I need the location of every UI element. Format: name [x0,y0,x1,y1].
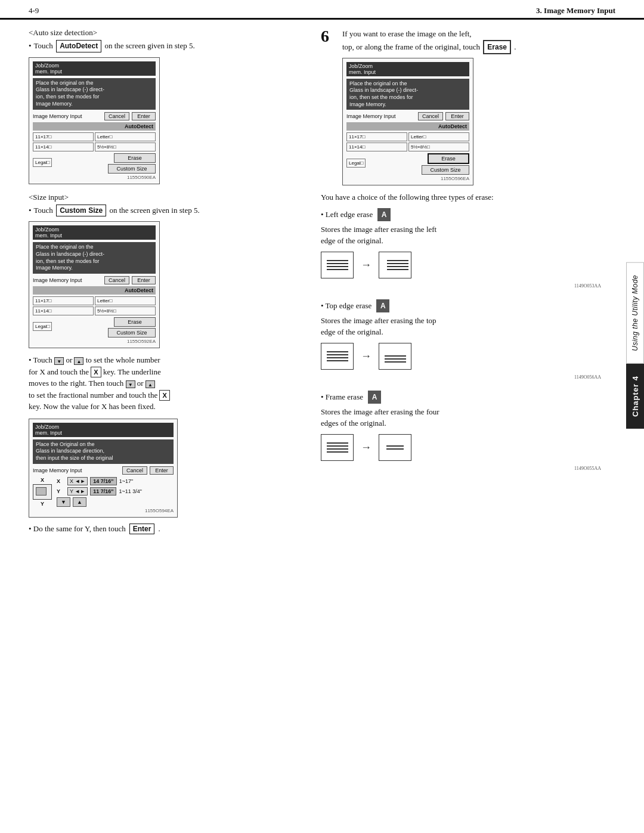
step-6-number: 6 [321,28,329,45]
ui3-xy-section: X Y X X ◄► 14 7/16" 1~17" Y Y ◄► [33,477,174,507]
ui-screenshot-2: Job/Zoom mem. Input Place the original o… [29,221,160,348]
ui2-autodetect[interactable]: AutoDetect [33,286,156,295]
top-edge-desc: Stores the image after erasing the toped… [321,315,601,338]
ui4-autodetect[interactable]: AutoDetect [346,122,469,131]
page-number: 4-9 [29,6,39,16]
after-doc-left [379,252,411,278]
before-doc-frame [321,434,354,461]
ui-screenshot-1: Job/Zoom mem. Input Place the original o… [29,57,160,184]
ui1-erase[interactable]: Erase [114,153,156,163]
ui3-cancel[interactable]: Cancel [122,466,147,475]
ui3-enter[interactable]: Enter [150,466,174,475]
choice-text: You have a choice of the following three… [321,191,601,203]
ui2-header: Job/Zoom mem. Input [33,225,156,240]
ui1-enter[interactable]: Enter [132,112,156,120]
ui2-cell-11x14: 11×14□ [33,306,94,315]
top-edge-code: 1149O056AA [321,374,601,380]
down-arrow-icon: ▼ [54,357,64,365]
top-edge-erase-icon: A [376,299,389,312]
size-input-bullet: • Touch Custom Size on the screen given … [29,205,309,217]
chapter-label: Chapter 4 [626,364,644,429]
ui4-custom-size[interactable]: Custom Size [422,165,469,175]
auto-size-heading: <Auto size detection> [29,28,309,38]
ui4-grid: 11×17□ Letter□ 11×14□ 5½×8½□ [346,132,469,151]
left-edge-erase-section: • Left edge erase A Stores the image aft… [321,208,601,289]
ui1-custom-size[interactable]: Custom Size [108,164,156,174]
ui2-legal: Legal□ [33,322,52,331]
ui3-message: Place the Original on theGlass in landsc… [33,439,174,464]
page-header: 4-9 3. Image Memory Input [0,0,644,20]
ui1-message: Place the original on theGlass in landsc… [33,78,156,110]
up-arrow-icon2: ▲ [145,380,155,388]
ui2-cell-letter: Letter□ [95,296,156,305]
arrow-icon2: → [361,350,371,363]
auto-size-text: Touch AutoDetect on the screen given in … [34,40,195,52]
ui2-label-row: Image Memory Input Cancel Enter [33,276,156,284]
frame-erase-code: 1149O055AA [321,466,601,471]
ui4-code: 1155O596EA [346,176,469,181]
custom-size-button[interactable]: Custom Size [56,205,106,217]
ui4-enter[interactable]: Enter [445,112,469,120]
auto-size-bullet: • Touch AutoDetect on the screen given i… [29,40,309,52]
y-field-btn: Y ◄► [67,487,88,496]
ui1-cell-5half: 5½×8½□ [95,143,156,151]
ui3-preview: X Y [33,477,52,507]
ui4-erase[interactable]: Erase [428,153,469,164]
ui4-cell-11x14: 11×14□ [346,143,407,151]
after-doc-frame [379,434,411,461]
ui1-autodetect[interactable]: AutoDetect [33,122,156,131]
ui4-label-row: Image Memory Input Cancel Enter [346,112,469,120]
ui4-cell-5half: 5½×8½□ [408,143,469,151]
right-column: 6 If you want to erase the image on the … [321,28,601,534]
before-doc-top [321,343,354,370]
ui2-cancel[interactable]: Cancel [104,276,129,284]
left-column: <Auto size detection> • Touch AutoDetect… [29,28,309,534]
ui4-cancel[interactable]: Cancel [418,112,443,120]
x-key2: X [159,390,169,401]
ui1-cancel[interactable]: Cancel [104,112,129,120]
before-doc-left [321,252,354,278]
size-input-heading: <Size input> [29,193,309,202]
y-range: 1~11 3/4" [119,488,141,494]
arrow-icon: → [361,259,371,271]
left-edge-code: 1149O053AA [321,283,601,289]
autodetect-button[interactable]: AutoDetect [56,40,101,52]
section-title: 3. Image Memory Input [536,6,615,16]
arrow-buttons: ▼ ▲ [57,497,142,507]
step-6-text: If you want to erase the image on the le… [342,28,601,54]
ui-screenshot-4: Job/Zoom mem. Input Place the original o… [342,58,473,186]
arrow-icon3: → [361,441,371,454]
ui2-label: Image Memory Input [33,277,102,283]
up-btn[interactable]: ▲ [73,497,86,507]
ui2-message: Place the original on theGlass in landsc… [33,242,156,274]
step-6: 6 If you want to erase the image on the … [321,28,601,54]
ui2-erase[interactable]: Erase [114,317,156,327]
side-tab: Using the Utility Mode Chapter 4 [626,262,644,429]
frame-erase-icon: A [368,391,381,404]
x-key: X [91,367,101,378]
down-btn[interactable]: ▼ [57,497,70,507]
left-edge-erase-type: • Left edge erase A [321,208,601,221]
frame-erase-section: • Frame erase A Stores the image after e… [321,391,601,471]
ui2-custom-size[interactable]: Custom Size [108,328,156,337]
ui4-header: Job/Zoom mem. Input [346,62,469,76]
ui4-label: Image Memory Input [346,113,416,119]
ui3-label: Image Memory Input [33,467,120,473]
ui2-enter[interactable]: Enter [132,276,156,284]
top-edge-erase-section: • Top edge erase A Stores the image afte… [321,299,601,380]
ui3-fields: X X ◄► 14 7/16" 1~17" Y Y ◄► 11 7/16" 1~… [57,477,142,507]
bullet-dot: • [29,41,32,51]
ui1-cell-11x14: 11×14□ [33,143,94,151]
ui4-cell-letter: Letter□ [408,132,469,141]
erase-button[interactable]: Erase [483,40,511,54]
frame-erase-desc: Stores the image after erasing the foure… [321,406,601,429]
ui1-cell-11x17: 11×17□ [33,132,94,141]
left-edge-erase-icon: A [377,208,391,221]
enter-button[interactable]: Enter [129,524,155,534]
ui3-code: 1155O594EA [33,508,174,513]
touch-section: • Touch ▼ or ▲ to set the whole number f… [29,354,309,413]
using-label: Using the Utility Mode [626,262,644,364]
y-value: 11 7/16" [90,487,116,496]
size-input-section: <Size input> • Touch Custom Size on the … [29,193,309,217]
ui2-cell-5half: 5½×8½□ [95,306,156,315]
